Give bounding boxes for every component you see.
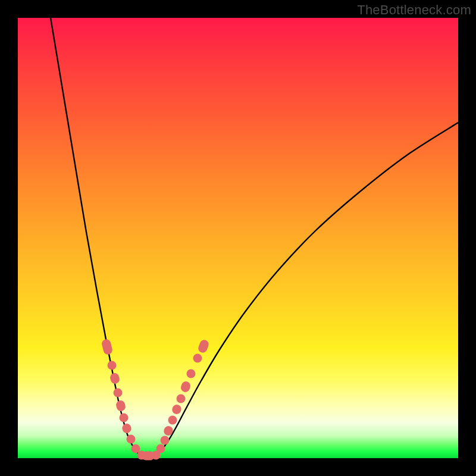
marker-dot	[177, 394, 186, 403]
marker-dot	[127, 435, 136, 444]
marker-dot	[168, 416, 177, 425]
right-curve	[155, 123, 458, 457]
marker-pill	[171, 403, 183, 415]
marker-pill	[121, 422, 132, 434]
curve-markers	[101, 339, 210, 461]
marker-pill	[197, 339, 210, 354]
marker-pill	[180, 380, 192, 393]
marker-dot	[161, 436, 170, 445]
marker-dot	[156, 444, 165, 453]
marker-dot	[193, 354, 202, 363]
marker-dot	[120, 414, 129, 422]
watermark-text: TheBottleneck.com	[357, 2, 471, 18]
marker-dot	[108, 361, 117, 370]
plot-area	[18, 18, 458, 458]
chart-svg	[18, 18, 458, 458]
marker-pill	[101, 339, 114, 356]
left-curve	[51, 18, 142, 457]
chart-frame: TheBottleneck.com	[0, 0, 476, 476]
marker-dot	[187, 369, 196, 378]
marker-pill	[115, 399, 127, 412]
marker-pill	[109, 372, 121, 384]
marker-dot	[114, 389, 123, 397]
